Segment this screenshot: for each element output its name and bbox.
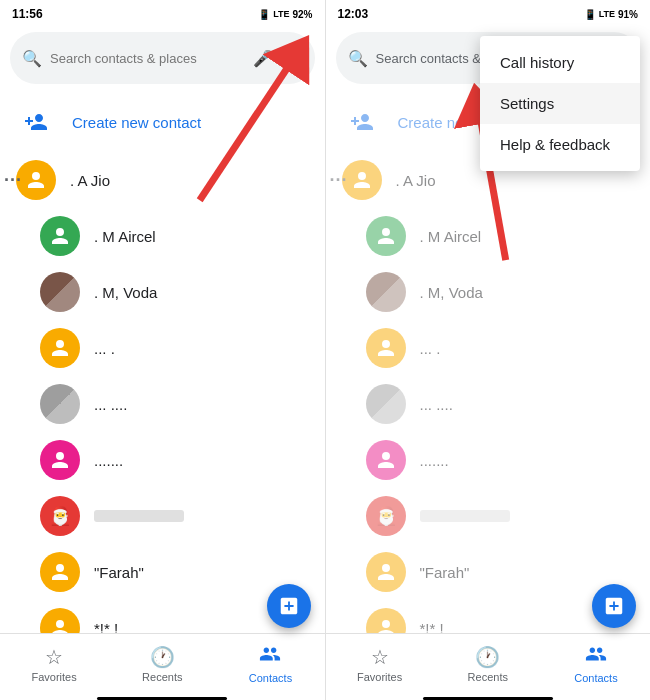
left-time: 11:56 <box>12 7 43 21</box>
tab-recents[interactable]: 🕐 Recents <box>434 637 542 691</box>
right-phone-screen: 12:03 📱 LTE 91% 🔍 Call history Settings … <box>326 0 651 700</box>
create-contact-label: Create ne <box>398 114 464 131</box>
avatar <box>40 384 80 424</box>
contacts-icon <box>585 643 607 670</box>
contact-row[interactable]: ....... <box>0 432 325 488</box>
dots-icon[interactable]: ··· <box>4 170 22 191</box>
avatar <box>366 552 406 592</box>
signal-icon: LTE <box>599 9 615 19</box>
contact-row[interactable]: . M Aircel <box>0 208 325 264</box>
contact-name: ... . <box>94 340 115 357</box>
avatar <box>40 272 80 312</box>
contact-name: ... . <box>420 340 441 357</box>
search-icon: 🔍 <box>348 49 368 68</box>
signal-icon: LTE <box>273 9 289 19</box>
avatar: 🎅 <box>366 496 406 536</box>
dropdown-help-feedback[interactable]: Help & feedback <box>480 124 640 165</box>
contacts-label: Contacts <box>574 672 617 684</box>
right-status-icons: 📱 LTE 91% <box>584 9 638 20</box>
right-time: 12:03 <box>338 7 369 21</box>
contact-name: *!* ! <box>420 620 444 634</box>
fab-button[interactable] <box>267 584 311 628</box>
contact-name: . A Jio <box>70 172 110 189</box>
left-bottom-nav: ☆ Favorites 🕐 Recents Contacts <box>0 633 325 693</box>
contacts-label: Contacts <box>249 672 292 684</box>
battery-icon: 91% <box>618 9 638 20</box>
dots-icon[interactable]: ··· <box>330 170 348 191</box>
contact-name: . A Jio <box>396 172 436 189</box>
add-contact-icon <box>342 102 382 142</box>
contact-row[interactable]: ... . <box>326 320 651 376</box>
avatar: 🎅 <box>40 496 80 536</box>
recents-label: Recents <box>142 671 182 683</box>
avatar <box>366 216 406 256</box>
avatar <box>366 608 406 633</box>
search-icon: 🔍 <box>22 49 42 68</box>
recents-label: Recents <box>468 671 508 683</box>
contact-row[interactable]: ... .... <box>0 376 325 432</box>
left-contacts-list: Create new contact ··· . A Jio . M Airce… <box>0 88 325 633</box>
contact-name: "Farah" <box>94 564 144 581</box>
contact-row[interactable]: . M Aircel <box>326 208 651 264</box>
contact-name: . M, Voda <box>94 284 157 301</box>
right-bottom-nav: ☆ Favorites 🕐 Recents Contacts <box>326 633 651 693</box>
avatar <box>366 440 406 480</box>
right-status-bar: 12:03 📱 LTE 91% <box>326 0 651 28</box>
search-input[interactable] <box>50 51 245 66</box>
contact-name: ... .... <box>420 396 453 413</box>
avatar <box>366 272 406 312</box>
battery-icon: 92% <box>292 9 312 20</box>
avatar <box>40 608 80 633</box>
contact-row[interactable]: ... . <box>0 320 325 376</box>
left-status-icons: 📱 LTE 92% <box>258 9 312 20</box>
tab-contacts[interactable]: Contacts <box>542 635 650 692</box>
dropdown-menu: Call history Settings Help & feedback <box>480 36 640 171</box>
avatar <box>40 328 80 368</box>
favorites-label: Favorites <box>357 671 402 683</box>
mic-icon[interactable]: 🎤 <box>253 49 273 68</box>
recents-icon: 🕐 <box>475 645 500 669</box>
left-status-bar: 11:56 📱 LTE 92% <box>0 0 325 28</box>
tab-contacts[interactable]: Contacts <box>216 635 324 692</box>
contacts-icon <box>259 643 281 670</box>
right-fab-button[interactable] <box>592 584 636 628</box>
tab-recents[interactable]: 🕐 Recents <box>108 637 216 691</box>
contact-name: ....... <box>94 452 123 469</box>
avatar <box>40 216 80 256</box>
contact-name: ....... <box>420 452 449 469</box>
contact-row[interactable]: . M, Voda <box>0 264 325 320</box>
avatar <box>40 552 80 592</box>
contact-row[interactable]: ....... <box>326 432 651 488</box>
search-action-icons: 🎤 <box>253 46 303 70</box>
tab-favorites[interactable]: ☆ Favorites <box>326 637 434 691</box>
contact-name: *!* ! <box>94 620 118 634</box>
create-contact-label: Create new contact <box>72 114 201 131</box>
favorites-icon: ☆ <box>371 645 389 669</box>
contact-row[interactable]: 🎅 <box>326 488 651 544</box>
contact-row[interactable]: ... .... <box>326 376 651 432</box>
contact-name: . M, Voda <box>420 284 483 301</box>
whatsapp-icon: 📱 <box>584 9 596 20</box>
recents-icon: 🕐 <box>150 645 175 669</box>
tab-favorites[interactable]: ☆ Favorites <box>0 637 108 691</box>
overflow-menu-icon[interactable] <box>279 46 303 70</box>
contact-row[interactable]: ··· . A Jio <box>0 152 325 208</box>
add-contact-icon <box>16 102 56 142</box>
avatar <box>366 384 406 424</box>
dropdown-settings[interactable]: Settings <box>480 83 640 124</box>
favorites-label: Favorites <box>31 671 76 683</box>
create-contact-row[interactable]: Create new contact <box>0 92 325 152</box>
whatsapp-icon: 📱 <box>258 9 270 20</box>
contact-name: . M Aircel <box>420 228 482 245</box>
contact-name: ... .... <box>94 396 127 413</box>
avatar <box>366 328 406 368</box>
blurred-name <box>420 510 510 522</box>
left-search-bar[interactable]: 🔍 🎤 <box>10 32 315 84</box>
contact-name: . M Aircel <box>94 228 156 245</box>
dropdown-call-history[interactable]: Call history <box>480 42 640 83</box>
contact-row[interactable]: 🎅 <box>0 488 325 544</box>
avatar <box>40 440 80 480</box>
contact-name: "Farah" <box>420 564 470 581</box>
blurred-name <box>94 510 184 522</box>
contact-row[interactable]: . M, Voda <box>326 264 651 320</box>
